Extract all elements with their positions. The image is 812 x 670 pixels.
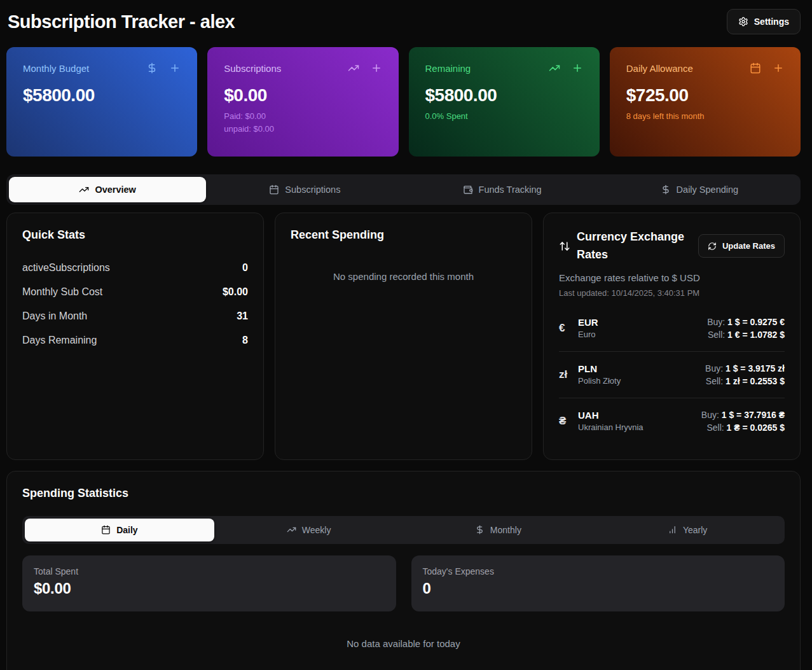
stat-row: activeSubscriptions 0	[22, 262, 248, 274]
refresh-icon	[708, 242, 717, 251]
card-label: Subscriptions	[224, 63, 281, 74]
sell-rate: Sell: 1 € = 1.0782 $	[707, 328, 785, 341]
tab-label: Daily Spending	[677, 185, 739, 195]
sell-rate: Sell: 1 zł = 0.2553 $	[705, 375, 785, 387]
paid-subtext: Paid: $0.00	[224, 110, 382, 123]
last-updated: Last updated: 10/14/2025, 3:40:31 PM	[559, 288, 785, 298]
subtab-weekly[interactable]: Weekly	[214, 519, 404, 541]
dollar-icon	[661, 185, 671, 195]
page-title: Subscription Tracker - alex	[8, 11, 235, 32]
tab-overview[interactable]: Overview	[9, 177, 206, 202]
card-label: Daily Allowance	[626, 63, 693, 74]
tab-funds-tracking[interactable]: Funds Tracking	[404, 177, 601, 202]
subscriptions-card: Subscriptions $0.00 Paid: $0.00 unpaid: …	[207, 47, 398, 157]
currency-exchange-panel: Currency Exchange Rates Update Rates Exc…	[543, 213, 801, 460]
card-value: $5800.00	[425, 85, 583, 106]
subtab-label: Yearly	[683, 525, 707, 535]
card-value: $5800.00	[23, 85, 181, 106]
currency-row-eur: € EUR Euro Buy: 1 $ = 0.9275 € Sell: 1 €…	[559, 305, 785, 352]
currency-row-uah: ₴ UAH Ukrainian Hryvnia Buy: 1 $ = 37.79…	[559, 398, 785, 444]
stat-row: Monthly Sub Cost $0.00	[22, 286, 248, 298]
card-label: Remaining	[425, 63, 471, 74]
stat-label: Total Spent	[34, 566, 385, 576]
monthly-budget-card: Monthly Budget $5800.00	[6, 47, 197, 157]
currency-name: Ukrainian Hryvnia	[578, 422, 643, 432]
plus-icon[interactable]	[169, 62, 181, 74]
stat-label: Days in Month	[22, 311, 87, 322]
tab-label: Subscriptions	[285, 185, 340, 195]
stat-label: activeSubscriptions	[22, 262, 110, 274]
stat-row: Days in Month 31	[22, 311, 248, 322]
currency-row-pln: zł PLN Polish Złoty Buy: 1 $ = 3.9175 zł…	[559, 352, 785, 398]
stat-label: Today's Expenses	[423, 566, 774, 576]
tab-label: Overview	[95, 185, 136, 195]
total-spent-card: Total Spent $0.00	[22, 555, 396, 611]
update-rates-button[interactable]: Update Rates	[698, 234, 785, 258]
dollar-icon[interactable]	[146, 62, 158, 74]
subtab-label: Monthly	[490, 525, 521, 535]
stat-value: 0	[242, 262, 248, 274]
currency-name: Euro	[578, 330, 598, 339]
currency-name: Polish Złoty	[578, 376, 621, 386]
currency-symbol: €	[559, 322, 572, 335]
spending-period-tabbar: Daily Weekly Monthly Yearly	[22, 516, 785, 544]
plus-icon[interactable]	[773, 62, 784, 74]
rates-subtitle: Exchange rates relative to $ USD	[559, 272, 785, 283]
currency-symbol: zł	[559, 368, 572, 381]
stat-value: 8	[242, 335, 248, 346]
app-header: Subscription Tracker - alex Settings	[6, 6, 801, 47]
arrow-up-down-icon	[559, 241, 570, 252]
subtab-label: Weekly	[302, 525, 331, 535]
calendar-icon[interactable]	[750, 62, 761, 74]
spending-statistics-panel: Spending Statistics Daily Weekly Monthly…	[6, 471, 801, 670]
tab-label: Funds Tracking	[479, 185, 542, 195]
unpaid-subtext: unpaid: $0.00	[224, 123, 382, 136]
main-tabbar: Overview Subscriptions Funds Tracking Da…	[6, 174, 801, 205]
stat-value: $0.00	[223, 286, 248, 298]
subtab-label: Daily	[116, 525, 137, 535]
stat-label: Days Remaining	[22, 335, 97, 346]
trending-up-icon	[79, 185, 89, 195]
buy-rate: Buy: 1 $ = 37.7916 ₴	[701, 408, 785, 421]
trending-up-icon	[287, 525, 296, 534]
card-value: $0.00	[224, 85, 382, 106]
subtab-monthly[interactable]: Monthly	[404, 519, 593, 541]
panel-title: Spending Statistics	[22, 487, 785, 500]
tab-daily-spending[interactable]: Daily Spending	[601, 177, 798, 202]
calendar-icon	[269, 185, 279, 195]
empty-message: No spending recorded this month	[291, 271, 516, 282]
remaining-card: Remaining $5800.00 0.0% Spent	[409, 47, 600, 157]
gear-icon	[738, 17, 748, 27]
stat-value: 0	[423, 580, 774, 597]
settings-button[interactable]: Settings	[727, 9, 801, 34]
sell-rate: Sell: 1 ₴ = 0.0265 $	[701, 421, 785, 434]
stat-label: Monthly Sub Cost	[22, 286, 102, 298]
quick-stats-panel: Quick Stats activeSubscriptions 0 Monthl…	[6, 213, 264, 460]
currency-code: UAH	[578, 410, 643, 421]
empty-message: No data available for today	[22, 638, 785, 649]
card-label: Monthly Budget	[23, 63, 89, 74]
spending-stat-cards: Total Spent $0.00 Today's Expenses 0	[22, 555, 785, 611]
bar-chart-icon	[668, 525, 677, 534]
overview-panels: Quick Stats activeSubscriptions 0 Monthl…	[6, 213, 801, 460]
currency-code: PLN	[578, 363, 621, 374]
subtab-yearly[interactable]: Yearly	[593, 519, 782, 541]
plus-icon[interactable]	[371, 62, 382, 74]
recent-spending-panel: Recent Spending No spending recorded thi…	[275, 213, 532, 460]
stat-value: 31	[237, 311, 248, 322]
subtab-daily[interactable]: Daily	[25, 519, 214, 541]
tab-subscriptions[interactable]: Subscriptions	[206, 177, 403, 202]
todays-expenses-card: Today's Expenses 0	[411, 555, 785, 611]
dollar-icon	[475, 525, 485, 534]
panel-title: Currency Exchange Rates	[577, 228, 691, 264]
plus-icon[interactable]	[572, 62, 583, 74]
trending-up-icon[interactable]	[348, 62, 359, 74]
page: Subscription Tracker - alex Settings Mon…	[0, 0, 812, 670]
stat-row: Days Remaining 8	[22, 335, 248, 346]
trending-up-icon[interactable]	[549, 62, 560, 74]
update-rates-label: Update Rates	[722, 241, 775, 251]
panel-title: Recent Spending	[291, 228, 516, 242]
percent-spent-subtext: 0.0% Spent	[425, 110, 583, 123]
currency-symbol: ₴	[559, 415, 572, 428]
buy-rate: Buy: 1 $ = 3.9175 zł	[705, 362, 785, 375]
